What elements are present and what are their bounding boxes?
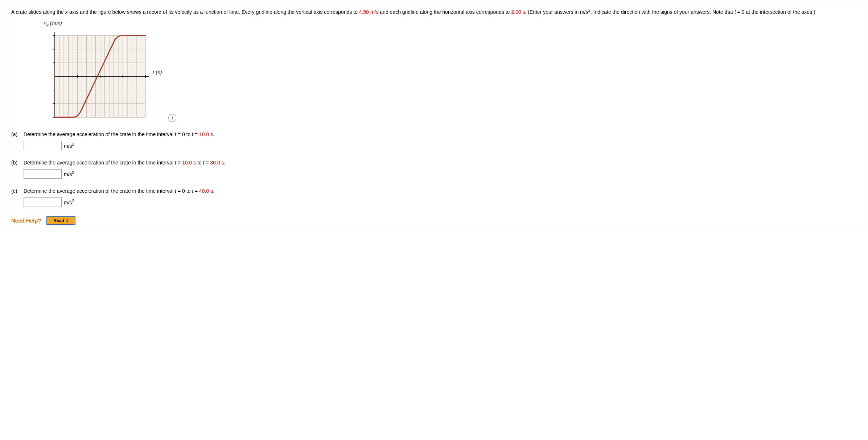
need-help-label: Need Help?	[11, 217, 41, 224]
part-c-label: (c)	[11, 188, 24, 194]
part-a-question: Determine the average acceleration of th…	[24, 131, 857, 137]
need-help-row: Need Help? Read It	[11, 216, 857, 225]
y-axis-label: vx (m/s)	[44, 20, 147, 28]
prompt-2: -axis and the figure below shows a recor…	[68, 9, 359, 15]
info-icon[interactable]: i	[168, 114, 176, 122]
velocity-time-chart	[44, 28, 149, 123]
part-b: (b) Determine the average acceleration o…	[11, 160, 857, 179]
part-b-endtime: 30.0 s	[210, 160, 224, 166]
part-c-input[interactable]	[24, 197, 62, 207]
prompt-1: A crate slides along the	[11, 9, 65, 15]
part-c: (c) Determine the average acceleration o…	[11, 188, 857, 207]
part-a-unit: m/s2	[64, 142, 74, 149]
prompt-text: A crate slides along the x-axis and the …	[11, 7, 857, 16]
part-c-endtime: 40.0 s	[199, 188, 213, 194]
part-b-input[interactable]	[24, 169, 62, 179]
part-b-question: Determine the average acceleration of th…	[24, 160, 857, 166]
x-axis-label: t (s)	[153, 69, 162, 76]
x-axis-var: x	[65, 9, 68, 15]
part-c-unit: m/s2	[64, 199, 74, 205]
part-c-question: Determine the average acceleration of th…	[24, 188, 857, 194]
part-b-starttime: 10.0 s	[182, 160, 196, 166]
horizontal-gridline-value: 2.00 s	[511, 9, 525, 15]
part-a: (a) Determine the average acceleration o…	[11, 131, 857, 150]
part-b-label: (b)	[11, 160, 24, 166]
prompt-5: . Indicate the direction with the signs …	[591, 9, 735, 15]
part-a-input[interactable]	[24, 141, 62, 150]
prompt-3: and each gridline along the horizontal a…	[378, 9, 511, 15]
problem-container: A crate slides along the x-axis and the …	[6, 4, 862, 232]
part-a-label: (a)	[11, 131, 24, 137]
part-a-endtime: 10.0 s	[199, 131, 213, 137]
chart-area: vx (m/s)	[44, 21, 857, 122]
prompt-4: . (Enter your answers in m/s	[525, 9, 588, 15]
vertical-gridline-value: 4.50 m/s	[359, 9, 379, 15]
read-it-button[interactable]: Read It	[46, 216, 75, 225]
part-b-unit: m/s2	[64, 170, 74, 177]
prompt-6: = 0 at the intersection of the axes.)	[736, 9, 815, 15]
